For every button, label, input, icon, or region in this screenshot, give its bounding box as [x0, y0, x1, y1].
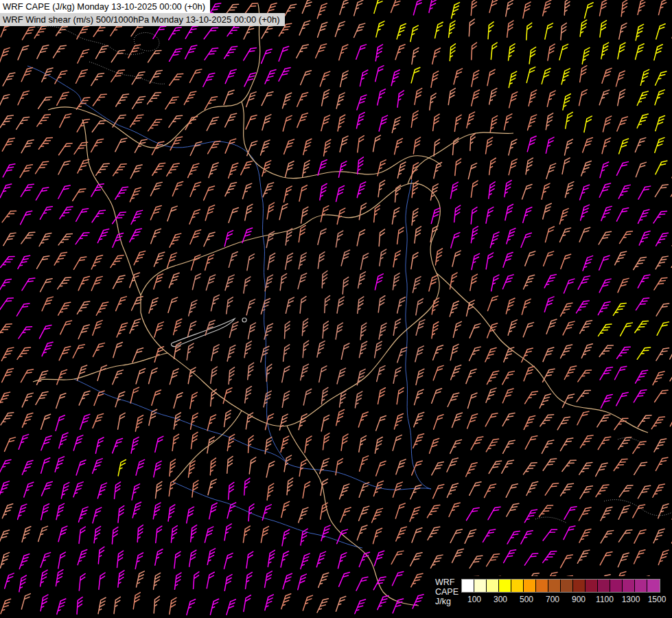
wind-barb: [598, 435, 610, 452]
wind-barb: [266, 460, 275, 478]
wind-barb: [524, 414, 535, 432]
wind-barb: [204, 184, 215, 202]
wind-barb: [410, 551, 422, 568]
wind-barb: [283, 115, 292, 133]
wind-barb: [577, 388, 590, 404]
wind-barb: [2, 136, 14, 153]
wind-barb: [21, 367, 33, 385]
wind-barb: [614, 415, 628, 432]
wind-barb: [614, 457, 627, 473]
wind-barb: [320, 183, 327, 201]
wind-barb: [17, 345, 30, 362]
wind-barb: [18, 89, 29, 107]
wind-barb: [225, 68, 236, 86]
wind-barb: [580, 483, 592, 501]
wind-barb: [249, 457, 256, 474]
wind-barb: [411, 571, 423, 588]
wind-barb: [562, 157, 570, 175]
wind-barb: [358, 157, 364, 174]
wind-barb: [187, 598, 196, 616]
wind-barb: [340, 70, 349, 88]
wind-barb: [37, 253, 49, 271]
wind-barb: [525, 250, 535, 268]
wind-barb: [600, 0, 607, 16]
wind-barb: [581, 159, 592, 177]
wind-barb: [413, 593, 424, 610]
wind-barb: [548, 43, 555, 61]
wind-barb: [354, 22, 365, 40]
wind-barb: [78, 505, 88, 523]
wind-barb: [211, 389, 217, 407]
wind-barb: [39, 231, 51, 248]
wind-barb: [411, 67, 420, 84]
legend-title: WRF CAPE J/kg: [435, 577, 459, 606]
wind-barb: [336, 185, 345, 203]
wind-barb: [547, 90, 555, 108]
wind-barb: [545, 225, 554, 243]
wind-barb: [324, 139, 331, 157]
wind-barb: [375, 341, 382, 358]
wind-barb: [190, 228, 201, 246]
legend-tick-label: 900: [572, 595, 586, 604]
wind-barb: [430, 93, 436, 111]
wind-barb: [79, 389, 90, 407]
wind-barb: [96, 300, 108, 317]
legend-swatch: [610, 580, 623, 592]
wind-barb: [134, 249, 146, 267]
wind-barb: [340, 390, 347, 408]
wind-barb: [599, 254, 610, 272]
wind-barb: [59, 141, 73, 157]
wind-barb: [301, 363, 309, 381]
wind-barb: [279, 413, 288, 431]
wind-barb: [154, 596, 159, 614]
wind-barb: [21, 593, 30, 610]
wind-barb: [97, 364, 106, 382]
wind-barb: [618, 183, 630, 200]
wind-barb: [506, 482, 518, 499]
wind-barb: [523, 206, 532, 224]
wind-barb: [185, 23, 198, 41]
wind-barb: [91, 137, 104, 154]
wind-barb: [542, 438, 553, 455]
wind-barb: [58, 525, 67, 542]
wind-barb: [130, 271, 140, 289]
wind-barb: [36, 389, 48, 407]
wind-barb: [22, 276, 35, 293]
wind-barb: [92, 208, 105, 225]
wind-barb: [542, 67, 551, 85]
wind-barb: [450, 43, 455, 61]
wind-barb: [247, 253, 255, 271]
wind-barb: [616, 391, 629, 408]
wind-barb: [546, 162, 556, 180]
wind-barb: [299, 184, 307, 202]
wind-barb: [38, 135, 52, 152]
wind-barb: [321, 205, 329, 222]
wind-barb: [128, 43, 141, 60]
wind-barb: [485, 346, 496, 364]
wind-barb: [55, 69, 67, 86]
wind-barb: [449, 21, 455, 38]
wind-barb: [433, 483, 444, 501]
wind-barb: [564, 277, 574, 295]
wind-barb: [504, 346, 514, 364]
wind-barb: [285, 321, 290, 339]
wind-barb: [189, 67, 202, 84]
wind-barb: [246, 113, 257, 131]
wind-barb: [562, 457, 576, 474]
wind-barb: [94, 389, 104, 407]
wind-barb: [318, 228, 326, 246]
wind-barb: [543, 527, 557, 543]
legend-swatch: [511, 580, 524, 592]
wind-barb: [42, 341, 53, 358]
wind-barb: [357, 368, 365, 386]
wind-barb: [210, 458, 216, 476]
wind-barb: [431, 71, 439, 89]
wind-barb: [112, 527, 117, 545]
wind-barb: [244, 478, 250, 496]
wind-barb: [207, 413, 216, 431]
wind-barb: [583, 254, 593, 272]
wind-barb: [529, 89, 537, 107]
wind-barb: [358, 135, 364, 153]
wind-barb: [36, 185, 48, 203]
wind-barb: [491, 274, 499, 292]
